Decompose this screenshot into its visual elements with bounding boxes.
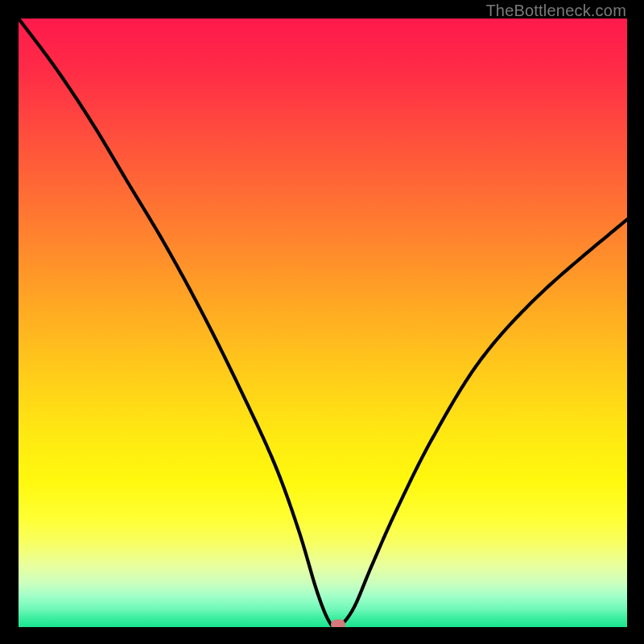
- bottleneck-curve: [19, 19, 627, 627]
- optimal-point-marker: [331, 620, 345, 628]
- chart-frame: TheBottleneck.com: [0, 0, 644, 644]
- watermark-text: TheBottleneck.com: [485, 2, 626, 20]
- plot-area: [19, 19, 627, 627]
